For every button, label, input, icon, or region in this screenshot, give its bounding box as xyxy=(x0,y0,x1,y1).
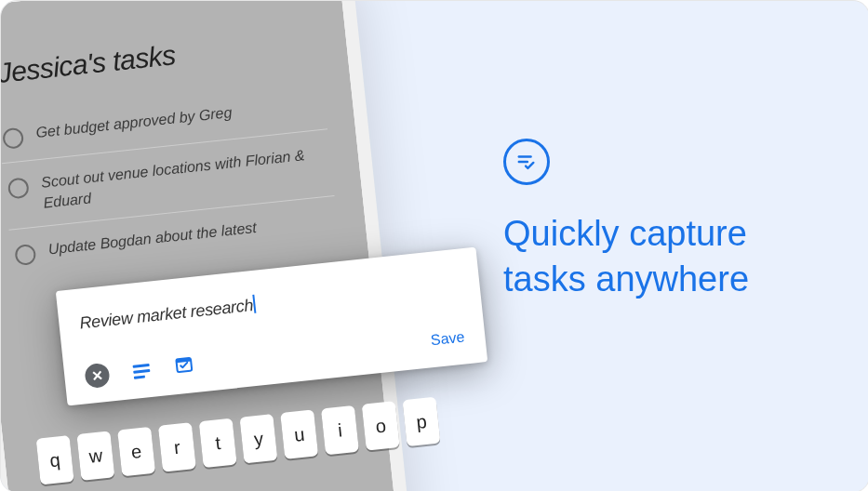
key-r[interactable]: r xyxy=(158,422,196,471)
hero-title: Quickly capture tasks anywhere xyxy=(503,211,857,303)
key-e[interactable]: e xyxy=(117,427,155,476)
save-button[interactable]: Save xyxy=(430,328,465,349)
key-i[interactable]: i xyxy=(321,405,359,455)
close-icon[interactable]: ✕ xyxy=(84,363,111,390)
promo-stage: Jessica's tasks Get budget approved by G… xyxy=(0,0,868,491)
list-title: Jessica's tasks xyxy=(0,24,320,89)
key-o[interactable]: o xyxy=(362,401,400,450)
add-details-icon[interactable] xyxy=(133,363,151,378)
radio-unchecked-icon[interactable] xyxy=(2,127,24,150)
task-label: Get budget approved by Greg xyxy=(35,102,234,143)
key-p[interactable]: p xyxy=(402,397,440,446)
key-u[interactable]: u xyxy=(280,409,318,458)
tasks-app-icon xyxy=(503,139,550,185)
hero-line-2: tasks anywhere xyxy=(503,257,857,302)
key-t[interactable]: t xyxy=(199,418,237,468)
task-title-input[interactable]: Review market research xyxy=(78,273,460,334)
key-w[interactable]: w xyxy=(76,431,114,480)
radio-unchecked-icon[interactable] xyxy=(14,244,36,266)
hero-line-1: Quickly capture xyxy=(503,211,857,257)
key-y[interactable]: y xyxy=(239,414,277,463)
task-title-value: Review market research xyxy=(78,296,254,332)
hero-block: Quickly capture tasks anywhere xyxy=(503,139,857,303)
key-q[interactable]: q xyxy=(36,435,74,484)
radio-unchecked-icon[interactable] xyxy=(7,177,30,199)
add-date-icon[interactable] xyxy=(173,353,196,379)
task-label: Update Bogdan about the latest xyxy=(47,218,258,259)
